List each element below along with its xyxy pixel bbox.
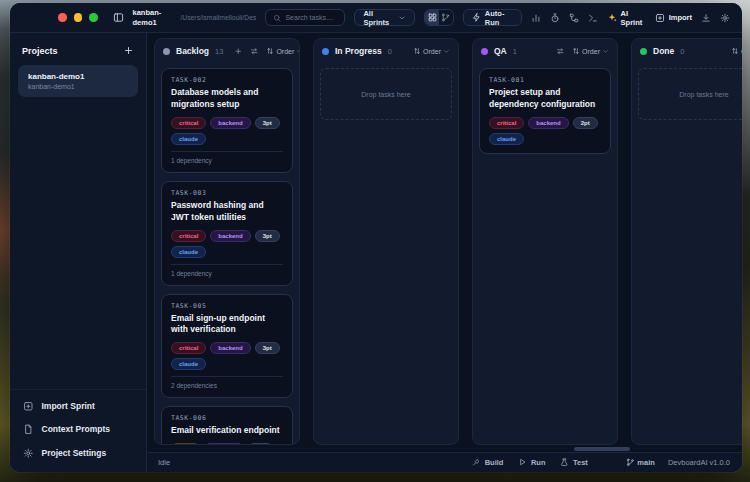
task-id: TASK-003 [171,189,283,197]
chevron-icon [443,48,450,55]
column-in-progress: In Progress0OrderDrop tasks here [313,38,459,445]
auto-run-button[interactable]: Auto-Run [463,9,522,26]
tag-critical: critical [171,342,206,354]
column-qa: QA1OrderTASK-001Project setup and depend… [472,38,618,445]
sprint-filter-label: All Sprints [363,9,394,27]
sidebar-item-project-settings[interactable]: Project Settings [23,448,133,459]
project-subtitle: kanban-demo1 [28,83,128,90]
search-input[interactable] [285,14,337,21]
task-card[interactable]: TASK-002Database models and migrations s… [161,68,293,173]
auto-run-label: Auto-Run [485,9,513,27]
sort-icon [413,47,421,55]
download-button[interactable] [701,13,711,23]
status-text: Idle [158,458,170,467]
task-dependencies: 2 dependencies [171,376,283,389]
horizontal-scrollbar[interactable] [574,447,630,451]
minimize-window-button[interactable] [74,13,83,22]
task-card[interactable]: TASK-006Email verification endpointhighb… [161,406,293,444]
gear-icon [23,448,34,459]
play-icon [518,458,527,467]
board-view-button[interactable] [425,10,439,25]
search-box[interactable] [265,9,345,26]
column-name: In Progress [335,46,382,56]
hammer-icon [472,458,481,467]
ai-sprint-button[interactable]: AI Sprint [607,9,646,27]
sidebar-item-label: Project Settings [42,448,107,458]
git-branch-button[interactable]: main [626,458,655,467]
run-button[interactable]: Run [518,458,545,467]
sidebar-footer: Import SprintContext PromptsProject Sett… [10,389,146,473]
task-title: Email sign-up endpoint with verification [171,313,283,337]
zoom-window-button[interactable] [89,13,98,22]
drop-zone[interactable]: Drop tasks here [320,68,452,120]
column-header: In Progress0Order [314,39,458,62]
tag-backend: backend [210,230,250,242]
order-dropdown[interactable]: Order [572,47,609,55]
tag-agent: claude [489,133,524,145]
order-label: Order [582,48,600,55]
task-card[interactable]: TASK-005Email sign-up endpoint with veri… [161,294,293,399]
task-tags: criticalbackend3ptclaude [171,230,283,258]
tag-critical: critical [171,230,206,242]
task-card[interactable]: TASK-003Password hashing and JWT token u… [161,181,293,286]
statusbar-right: main DevboardAI v1.0.0 [626,458,730,467]
sparkles-icon [607,13,617,23]
sidebar-item-context-prompts[interactable]: Context Prompts [23,424,133,435]
app-version: DevboardAI v1.0.0 [668,458,730,467]
task-title: Email verification endpoint [171,425,283,437]
git-branch-icon [626,458,635,467]
task-id: TASK-006 [171,414,283,422]
order-dropdown[interactable]: Order [731,47,742,55]
column-status-dot [163,48,170,55]
bolt-icon [472,13,481,22]
order-dropdown[interactable]: Order [413,47,450,55]
titlebar: kanban-demo1 /Users/ismailmellouli/Deskt… [10,3,742,33]
column-name: QA [494,46,507,56]
tag-agent: claude [171,246,206,258]
move-tasks-button[interactable] [556,47,565,56]
chevron-icon [602,48,609,55]
timer-button[interactable] [550,13,560,23]
task-card[interactable]: TASK-001Project setup and dependency con… [479,68,611,154]
project-item[interactable]: kanban-demo1kanban-demo1 [18,65,138,97]
tag-points: 2pt [573,117,598,129]
import-button[interactable]: Import [655,13,692,23]
chevron-down-icon [398,14,406,22]
grid-icon [428,13,437,22]
statusbar-actions: BuildRunTest [472,458,588,467]
test-button[interactable]: Test [560,458,587,467]
window-controls [58,13,98,22]
add-project-button[interactable] [123,45,134,56]
column-status-dot [640,48,647,55]
column-count: 1 [513,47,517,56]
flask-icon [560,458,569,467]
projects-title: Projects [22,46,58,56]
task-id: TASK-001 [489,76,601,84]
sidebar-item-import-sprint[interactable]: Import Sprint [23,401,133,412]
tag-points: 3pt [255,230,280,242]
column-header: QA1Order [473,39,617,62]
sort-icon [572,47,580,55]
stats-button[interactable] [531,13,541,23]
task-tags: criticalbackend3ptclaude [171,117,283,145]
build-button[interactable]: Build [472,458,503,467]
graph-view-button[interactable] [439,10,453,25]
task-id: TASK-005 [171,302,283,310]
add-task-button[interactable] [234,47,243,56]
close-window-button[interactable] [58,13,67,22]
tag-points: 2pt [248,443,273,444]
dependency-tree-button[interactable] [569,13,579,23]
order-dropdown[interactable]: Order [266,47,300,55]
sidebar-item-label: Import Sprint [42,401,95,411]
terminal-button[interactable] [588,13,598,23]
ai-sprint-label: AI Sprint [621,9,646,27]
project-path: /Users/ismailmellouli/Desktop/DevboardAI… [180,14,256,21]
tag-high: high [171,443,200,444]
task-tags: criticalbackend3ptclaude [171,342,283,370]
move-tasks-button[interactable] [250,47,259,56]
settings-button[interactable] [720,13,730,23]
window-title: kanban-demo1 [133,8,172,27]
import-icon [23,401,34,412]
sprint-filter-dropdown[interactable]: All Sprints [354,9,415,26]
drop-zone[interactable]: Drop tasks here [638,68,742,120]
